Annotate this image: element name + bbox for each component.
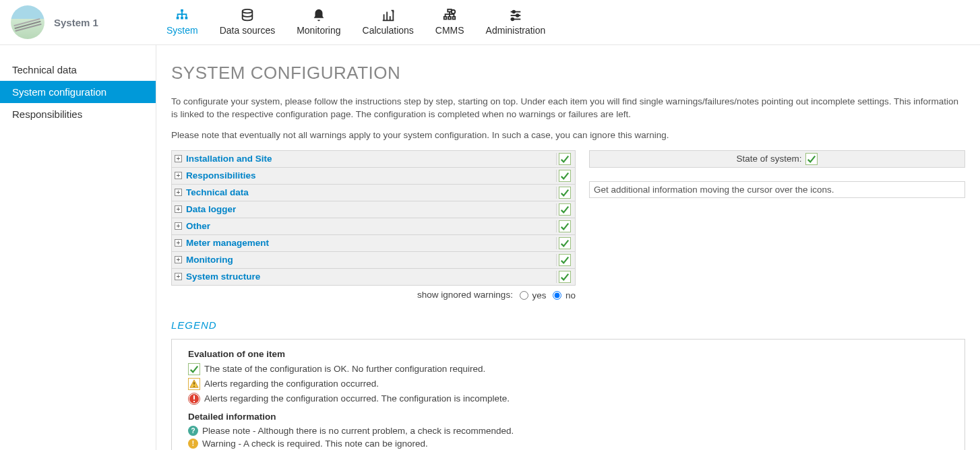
expand-icon[interactable]: + (175, 256, 182, 263)
svg-rect-3 (185, 17, 188, 20)
sidebar: Technical dataSystem configurationRespon… (0, 45, 156, 450)
nav-item-system[interactable]: System (156, 1, 209, 44)
cmms-icon (442, 7, 457, 24)
check-icon (805, 153, 818, 165)
config-row: +Technical data (172, 185, 575, 201)
hierarchy-icon (175, 7, 189, 24)
svg-rect-21 (193, 401, 195, 402)
state-of-system-box: State of system: (589, 150, 965, 168)
legend-ok-text: The state of the configuration is OK. No… (204, 364, 485, 374)
sidebar-item-responsibilities[interactable]: Responsibilities (0, 103, 156, 125)
status-cell (556, 271, 572, 283)
config-link[interactable]: Data logger (186, 204, 236, 214)
ignored-warnings-row: show ignored warnings: yes no (171, 286, 576, 304)
topbar: System 1 SystemData sourcesMonitoringCal… (0, 0, 980, 45)
expand-icon[interactable]: + (175, 222, 182, 230)
intro-text-2: Please note that eventually not all warn… (171, 129, 965, 142)
nav-item-monitoring[interactable]: Monitoring (286, 1, 351, 44)
check-icon (559, 187, 571, 199)
nav-item-data-sources[interactable]: Data sources (209, 1, 286, 44)
config-row: +Responsibilities (172, 168, 575, 185)
config-link[interactable]: Technical data (186, 187, 249, 197)
ignored-label: show ignored warnings: (417, 290, 513, 300)
nav-label: Calculations (363, 25, 414, 36)
logo-area: System 1 (11, 5, 156, 39)
nav-item-administration[interactable]: Administration (475, 1, 557, 44)
svg-rect-0 (181, 9, 184, 12)
ignored-yes-radio[interactable] (520, 291, 528, 300)
expand-icon[interactable]: + (175, 155, 182, 162)
svg-rect-18 (193, 385, 195, 387)
ignored-no-radio[interactable] (553, 291, 561, 300)
legend-eval-heading: Evaluation of one item (188, 349, 948, 359)
nav-label: Administration (486, 25, 546, 36)
status-cell (556, 187, 572, 199)
config-row: +Installation and Site (172, 151, 575, 168)
legend-warn-text: Alerts regarding the configuration occur… (204, 379, 379, 389)
expand-icon[interactable]: + (175, 189, 182, 196)
check-icon (559, 254, 571, 266)
status-cell (556, 203, 572, 216)
bell-icon (311, 7, 326, 24)
check-icon (559, 203, 571, 216)
status-cell (556, 220, 572, 232)
svg-point-15 (512, 18, 514, 21)
legend-box: Evaluation of one item The state of the … (171, 339, 965, 450)
config-link[interactable]: Meter management (186, 238, 269, 248)
expand-icon[interactable]: + (175, 205, 182, 213)
svg-rect-8 (453, 17, 456, 20)
system-name: System 1 (54, 17, 98, 28)
nav-label: Monitoring (297, 25, 340, 36)
content: SYSTEM CONFIGURATION To configurate your… (156, 45, 980, 450)
svg-point-14 (516, 14, 519, 17)
config-row: +Monitoring (172, 252, 575, 269)
config-link[interactable]: Installation and Site (186, 154, 272, 164)
expand-icon[interactable]: + (175, 172, 182, 179)
legend-detail-heading: Detailed information (188, 412, 948, 422)
failure-icon (188, 393, 200, 405)
config-row: +Meter management (172, 235, 575, 252)
legend-warn2-text: Warning - A check is required. This note… (202, 439, 428, 449)
svg-rect-6 (444, 17, 447, 20)
svg-rect-7 (448, 17, 451, 20)
config-list: +Installation and Site+Responsibilities+… (171, 150, 576, 286)
expand-icon[interactable]: + (175, 239, 182, 247)
svg-point-13 (512, 11, 515, 13)
legend-note-text: Please note - Although there is no curre… (202, 426, 514, 436)
status-cell (556, 153, 572, 165)
config-link[interactable]: Other (186, 221, 210, 231)
config-row: +System structure (172, 269, 575, 285)
state-info-text: Get additional information moving the cu… (589, 181, 965, 198)
sidebar-item-system-configuration[interactable]: System configuration (0, 81, 156, 103)
nav-label: CMMS (435, 25, 464, 36)
svg-rect-2 (181, 17, 184, 20)
expand-icon[interactable]: + (175, 273, 182, 280)
config-link[interactable]: System structure (186, 271, 260, 282)
config-link[interactable]: Responsibilities (186, 170, 256, 181)
sliders-icon (508, 7, 523, 24)
nav-item-cmms[interactable]: CMMS (425, 1, 475, 44)
config-link[interactable]: Monitoring (186, 255, 233, 265)
system-logo-icon[interactable] (11, 5, 44, 39)
config-row: +Data logger (172, 201, 575, 218)
warn-circle-icon: ! (188, 439, 198, 449)
status-cell (556, 254, 572, 266)
check-icon (188, 363, 200, 375)
intro-text-1: To configurate your system, please follo… (171, 96, 965, 121)
status-cell (556, 170, 572, 182)
state-label: State of system: (737, 154, 802, 164)
svg-rect-17 (193, 382, 195, 385)
sidebar-item-technical-data[interactable]: Technical data (0, 59, 156, 81)
chart-icon (381, 7, 396, 24)
main-nav: SystemData sourcesMonitoringCalculations… (156, 1, 556, 44)
svg-point-9 (452, 10, 456, 14)
nav-label: Data sources (220, 25, 275, 36)
nav-label: System (166, 25, 198, 36)
ignored-no-label[interactable]: no (565, 290, 576, 300)
ignored-yes-label[interactable]: yes (532, 290, 546, 300)
nav-item-calculations[interactable]: Calculations (352, 1, 425, 44)
check-icon (559, 271, 571, 283)
svg-point-4 (243, 9, 253, 13)
check-icon (559, 220, 571, 232)
svg-rect-20 (193, 395, 195, 399)
